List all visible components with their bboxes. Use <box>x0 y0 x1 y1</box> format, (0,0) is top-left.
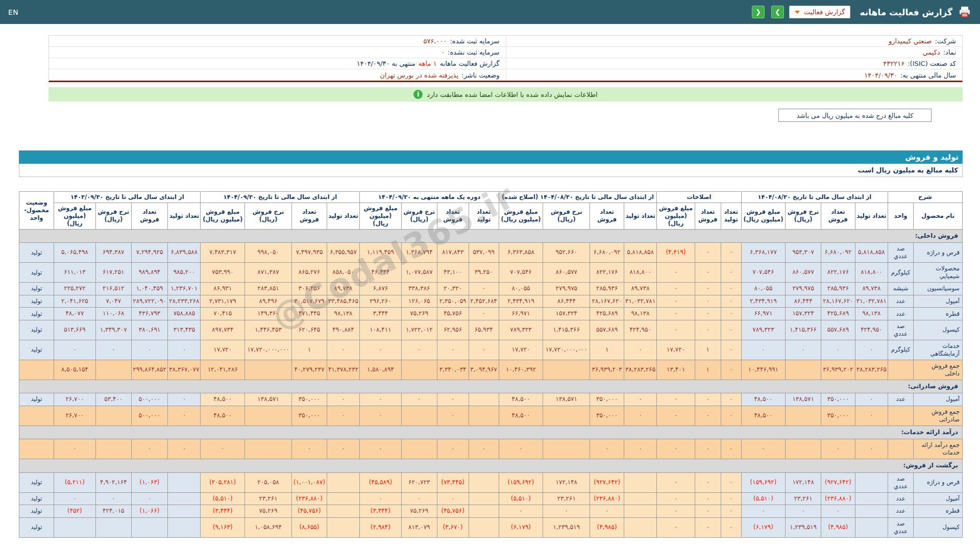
value-cell: (۴,۳۱۹) <box>657 243 695 263</box>
value-cell: ۰ <box>95 492 131 505</box>
status-cell <box>19 406 54 425</box>
unit-cell <box>888 360 914 380</box>
status-cell: تولید <box>19 472 54 492</box>
value-cell: ۰ <box>168 340 201 360</box>
column-header: مبلغ فروش (میلیون ریال) <box>360 203 402 229</box>
value-cell <box>786 439 821 459</box>
value-cell: ۰ <box>469 283 499 295</box>
value-cell: ۰ <box>401 393 437 406</box>
value-cell: (۴۵۲) <box>54 505 96 518</box>
value-cell: ۲,۰۴۱,۶۲۵ <box>54 295 96 308</box>
section-header-bar: تولید و فروش <box>19 151 963 164</box>
value-cell: ۰ <box>168 406 201 425</box>
value-cell: (۱,۰۶۳) <box>131 472 167 492</box>
unit-cell <box>888 406 914 425</box>
next-report-button[interactable]: ❯ <box>771 6 784 18</box>
value-cell: (۹۲۷,۶۴۲) <box>821 472 855 492</box>
fiscal-year-label: سال مالی منتهی به: <box>900 71 956 79</box>
value-cell: ۱۳۸,۵۷۱ <box>543 393 590 406</box>
value-cell: ۲۸,۱۶۷,۶۲۰ <box>821 295 855 308</box>
group-header: اصلاحات <box>657 192 741 203</box>
value-cell <box>469 472 499 492</box>
value-cell: ۴۸,۵۰۰ <box>201 393 245 406</box>
unit-cell <box>888 439 914 459</box>
value-cell: ۸۹,۷۳۸ <box>327 283 359 295</box>
value-cell: ۷,۲۹۴,۹۲۵ <box>131 243 167 263</box>
value-cell: ۵۳۷,۰۹۹ <box>469 243 499 263</box>
value-cell: (۲۰۵,۲۸۱) <box>201 472 245 492</box>
section-row-label: فروش صادراتی: <box>19 380 963 393</box>
unit-cell: کيلوگرم <box>888 340 914 360</box>
publisher-status-label: وضعیت ناشر: <box>461 71 499 79</box>
value-cell: ۴۷۱,۴۴۵ <box>292 308 327 320</box>
value-cell: ۴۲۵,۶۸۹ <box>821 308 855 320</box>
value-cell <box>624 472 657 492</box>
table-row: کپسولصد عددي۴۲۴,۹۵۰۵۵۷,۶۸۹۱,۴۱۵,۳۶۶۷۸۹,۳… <box>19 320 963 340</box>
value-cell: ۰ <box>590 439 624 459</box>
unit-cell: کيلوگرم <box>888 263 914 283</box>
group-header: از ابتدای سال مالی تا تاریخ ۱۴۰۴/۰۸/۳۰ <box>741 192 888 203</box>
value-cell <box>624 505 657 518</box>
product-name-cell: آمپول <box>914 295 963 308</box>
value-cell: ۶۹۴,۳۸۷ <box>95 243 131 263</box>
value-cell: (۵,۵۱۰) <box>201 492 245 505</box>
value-cell: ۷۵,۲۶۹ <box>401 308 437 320</box>
value-cell: ۲۸,۱۶۷,۶۲۰ <box>590 295 624 308</box>
value-cell: ۰ <box>624 406 657 425</box>
value-cell: ۰ <box>499 505 543 518</box>
value-cell: ۷,۴۸۳,۳۱۷ <box>201 243 245 263</box>
product-name-cell: کپسول <box>914 320 963 340</box>
group-header: دوره یک ماهه منتهی به ۱۴۰۴/۰۹/۳۰ <box>360 192 499 203</box>
value-cell: ۶,۳۶۸,۱۷۷ <box>741 243 786 263</box>
value-cell: ۰ <box>721 406 741 425</box>
value-cell: ۲۶,۷۰۰ <box>54 393 96 406</box>
print-icon[interactable] <box>958 5 972 19</box>
total-row: جمع فروش داخلی۳۸,۲۸۳,۲۶۵۳۶,۹۳۹,۲۰۲۱۰,۴۴۶… <box>19 360 963 380</box>
value-cell <box>469 517 499 537</box>
unregistered-capital-label: سرمایه ثبت نشده: <box>448 48 499 56</box>
value-cell: ۲۸۵,۹۳۶ <box>590 283 624 295</box>
value-cell: ۰ <box>657 308 695 320</box>
product-name-cell: آمپول <box>914 492 963 505</box>
status-cell: تولید <box>19 320 54 340</box>
value-cell: ۹۵۲,۶۶۰ <box>543 243 590 263</box>
report-type-dropdown[interactable]: گزارش فعالیت <box>789 6 850 18</box>
value-cell: ۸۶,۴۴۴ <box>543 295 590 308</box>
value-cell: ۳۱,۰۳۲,۷۸۱ <box>624 295 657 308</box>
value-cell <box>401 406 437 425</box>
value-cell: ۰ <box>327 406 359 425</box>
value-cell: ۱,۲۳۶,۷۰۱ <box>168 283 201 295</box>
prev-report-button[interactable]: ❮ <box>752 6 765 18</box>
value-cell: ۱,۳۶۸,۷۹۴ <box>401 243 437 263</box>
value-cell: ۰ <box>786 340 821 360</box>
value-cell: ۰ <box>741 505 786 518</box>
table-row: قرص و دراژهصد عددي(۹۲۷,۶۴۲)۱۷۲,۱۴۸(۱۵۹,۶… <box>19 472 963 492</box>
section-subtitle: کلیه مبالغ به میلیون ریال است <box>858 166 958 174</box>
value-cell: ۲۸۹,۷۲۲,۰۹۰ <box>131 295 167 308</box>
product-name-cell: قطره <box>914 308 963 320</box>
value-cell <box>401 360 437 380</box>
column-header: تعداد فروش <box>292 203 327 229</box>
value-cell <box>855 505 888 518</box>
value-cell: ۶,۸۳۹,۵۸۸ <box>168 243 201 263</box>
value-cell: ۹۹۸,۰۵۰ <box>245 243 292 263</box>
value-cell: ۲۰۵,۰۵۸ <box>245 472 292 492</box>
value-cell: ۰ <box>855 340 888 360</box>
value-cell: ۰ <box>437 406 469 425</box>
value-cell: ۲۳,۲۶۱ <box>245 492 292 505</box>
product-name-cell: سوسپانسيون <box>914 283 963 295</box>
value-cell: ۰ <box>721 439 741 459</box>
language-toggle[interactable]: EN <box>8 8 18 16</box>
unit-cell: صد عددي <box>888 320 914 340</box>
value-cell: ۳۰,۵۱۷,۶۷۹ <box>292 295 327 308</box>
value-cell: ۱۳۸,۵۷۱ <box>245 393 292 406</box>
value-cell: (۴۵,۷۵۶) <box>437 505 469 518</box>
product-name-cell: جمع فروش صادراتی <box>914 406 963 425</box>
value-cell: ۱,۱۱۹,۴۵۹ <box>360 243 402 263</box>
value-cell: ۰ <box>469 340 499 360</box>
printer-glyph <box>958 6 971 19</box>
unit-cell: عدد <box>888 492 914 505</box>
value-cell: ۱۳۸,۵۷۱ <box>786 393 821 406</box>
value-cell <box>95 517 131 537</box>
info-row-fiscal-year: سال مالی منتهی به: ۱۴۰۴/۰۹/۳۰ <box>506 69 963 81</box>
